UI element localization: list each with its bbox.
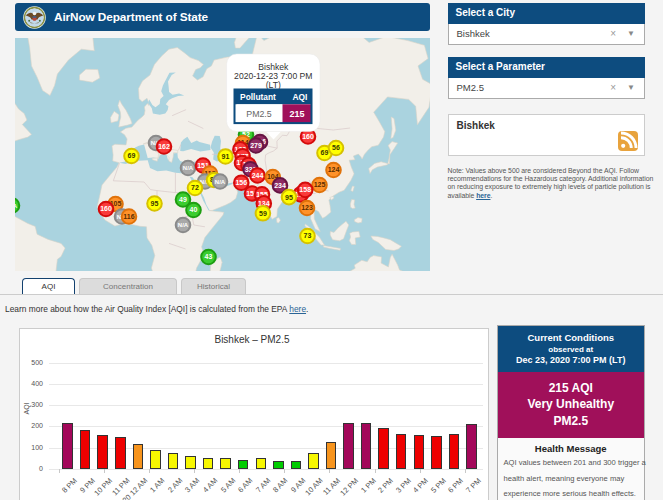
svg-text:69: 69 [128, 152, 136, 159]
svg-text:72: 72 [191, 184, 199, 191]
svg-text:Pollutant: Pollutant [240, 92, 276, 102]
svg-text:N/A: N/A [183, 165, 194, 171]
svg-text:123: 123 [301, 204, 313, 211]
svg-text:234: 234 [274, 182, 286, 189]
svg-text:69: 69 [321, 149, 329, 156]
svg-text:158: 158 [299, 186, 311, 193]
svg-text:156: 156 [235, 179, 247, 186]
svg-text:95: 95 [285, 194, 293, 201]
svg-text:N/A: N/A [178, 222, 189, 228]
svg-text:160: 160 [302, 133, 314, 140]
svg-text:40: 40 [190, 206, 198, 213]
svg-text:160: 160 [100, 205, 112, 212]
svg-text:91: 91 [222, 153, 230, 160]
svg-text:N/A: N/A [215, 179, 226, 185]
svg-text:AQI: AQI [293, 92, 308, 102]
svg-text:116: 116 [123, 213, 134, 220]
svg-text:59: 59 [259, 210, 267, 217]
svg-text:56: 56 [332, 144, 340, 151]
svg-text:215: 215 [289, 109, 304, 119]
svg-text:49: 49 [179, 196, 187, 203]
svg-text:279: 279 [250, 142, 262, 149]
svg-text:43: 43 [205, 253, 213, 260]
svg-text:PM2.5: PM2.5 [246, 109, 272, 119]
svg-text:124: 124 [328, 166, 340, 173]
svg-text:125: 125 [314, 181, 326, 188]
svg-text:244: 244 [252, 172, 264, 179]
svg-text:162: 162 [158, 143, 170, 150]
svg-text:73: 73 [304, 232, 312, 239]
svg-text:95: 95 [151, 200, 159, 207]
svg-text:(LT): (LT) [266, 80, 281, 90]
